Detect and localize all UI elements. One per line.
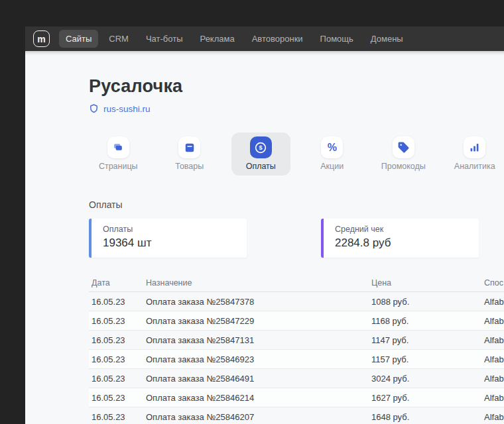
cell-purpose: Оплата заказа №25846923 (146, 354, 371, 364)
percent-icon: % (321, 136, 343, 158)
main-content: Русалочка rus-sushi.ru Страницы (25, 51, 504, 424)
cell-method: Alfab (484, 354, 504, 364)
tab-promotions[interactable]: % Акции (303, 132, 362, 176)
cell-method: Alfab (484, 393, 504, 403)
column-header-purpose: Назначение (146, 278, 371, 288)
stat-label: Оплаты (103, 225, 247, 234)
bar-chart-icon (464, 136, 485, 158)
cell-date: 16.05.23 (92, 393, 146, 403)
cell-method: Alfab (484, 335, 504, 345)
cell-date: 16.05.23 (92, 374, 146, 384)
nav-item-chatbots[interactable]: Чат-боты (139, 30, 190, 48)
nav-item-domains[interactable]: Домены (364, 30, 410, 48)
stat-card-payments: Оплаты 19364 шт (89, 219, 247, 258)
table-row[interactable]: 16.05.23 Оплата заказа №25847378 1088 ру… (89, 292, 504, 311)
cell-date: 16.05.23 (92, 335, 146, 345)
table-row[interactable]: 16.05.23 Оплата заказа №25847131 1147 ру… (89, 331, 504, 350)
svg-text:$: $ (259, 144, 263, 151)
nav-item-funnels[interactable]: Автоворонки (245, 30, 310, 48)
cell-price: 1168 руб. (371, 316, 484, 326)
section-title: Оплаты (89, 199, 504, 210)
cell-method: Alfab (484, 316, 504, 326)
table-body: 16.05.23 Оплата заказа №25847378 1088 ру… (89, 292, 504, 424)
tag-icon (393, 136, 414, 158)
payments-table: Дата Назначение Цена Спос 16.05.23 Оплат… (89, 274, 504, 424)
cell-purpose: Оплата заказа №25846491 (146, 374, 371, 384)
nav-item-ads[interactable]: Реклама (194, 30, 241, 48)
cell-date: 16.05.23 (92, 316, 146, 326)
column-header-price: Цена (371, 278, 484, 288)
cell-method: Alfab (484, 412, 504, 422)
stat-value: 19364 шт (103, 237, 247, 250)
dollar-circle-icon: $ (250, 136, 272, 158)
stat-value: 2284.8 руб (335, 237, 479, 250)
cell-price: 1627 руб. (371, 393, 484, 403)
tab-analytics[interactable]: Аналитика (446, 132, 504, 176)
cell-date: 16.05.23 (92, 354, 146, 364)
tab-promocodes[interactable]: Промокоды (374, 132, 433, 176)
cell-price: 1157 руб. (371, 354, 484, 364)
table-row[interactable]: 16.05.23 Оплата заказа №25846207 1648 ру… (89, 407, 504, 424)
pages-icon (107, 136, 129, 158)
cell-purpose: Оплата заказа №25847131 (146, 335, 371, 345)
app-logo[interactable]: m (33, 30, 50, 47)
cell-price: 1648 руб. (371, 412, 484, 422)
cell-purpose: Оплата заказа №25847378 (146, 297, 371, 307)
site-domain-link[interactable]: rus-sushi.ru (89, 103, 151, 114)
column-header-date: Дата (92, 278, 146, 288)
cell-purpose: Оплата заказа №25846214 (146, 393, 371, 403)
box-icon (178, 136, 200, 158)
cell-price: 1088 руб. (371, 297, 484, 307)
cell-purpose: Оплата заказа №25846207 (146, 412, 371, 422)
top-navbar: m Сайты CRM Чат-боты Реклама Автоворонки… (25, 26, 504, 51)
tab-payments[interactable]: $ Оплаты (231, 132, 290, 176)
stat-card-average-check: Средний чек 2284.8 руб (321, 219, 479, 258)
site-tabs: Страницы Товары $ Оплат (89, 132, 504, 176)
table-row[interactable]: 16.05.23 Оплата заказа №25846214 1627 ру… (89, 388, 504, 407)
cell-date: 16.05.23 (92, 412, 146, 422)
tab-products[interactable]: Товары (160, 132, 220, 176)
cell-purpose: Оплата заказа №25847229 (146, 316, 371, 326)
page-title: Русалочка (89, 76, 504, 97)
nav-item-help[interactable]: Помощь (314, 30, 360, 48)
table-row[interactable]: 16.05.23 Оплата заказа №25846491 3024 ру… (89, 369, 504, 388)
table-row[interactable]: 16.05.23 Оплата заказа №25847229 1168 ру… (89, 311, 504, 331)
cell-price: 3024 руб. (371, 374, 484, 384)
column-header-method: Спос (484, 278, 504, 288)
cell-date: 16.05.23 (92, 297, 146, 307)
table-header: Дата Назначение Цена Спос (89, 274, 504, 292)
table-row[interactable]: 16.05.23 Оплата заказа №25846923 1157 ру… (89, 350, 504, 369)
cell-price: 1147 руб. (371, 335, 484, 345)
stat-label: Средний чек (335, 225, 479, 234)
nav-item-crm[interactable]: CRM (102, 30, 135, 48)
cell-method: Alfab (484, 297, 504, 307)
stat-cards: Оплаты 19364 шт Средний чек 2284.8 руб (89, 219, 504, 258)
cell-method: Alfab (484, 374, 504, 384)
domain-label: rus-sushi.ru (103, 104, 151, 114)
nav-item-sites[interactable]: Сайты (59, 30, 98, 48)
tab-pages[interactable]: Страницы (89, 132, 148, 176)
shield-icon (89, 103, 99, 114)
